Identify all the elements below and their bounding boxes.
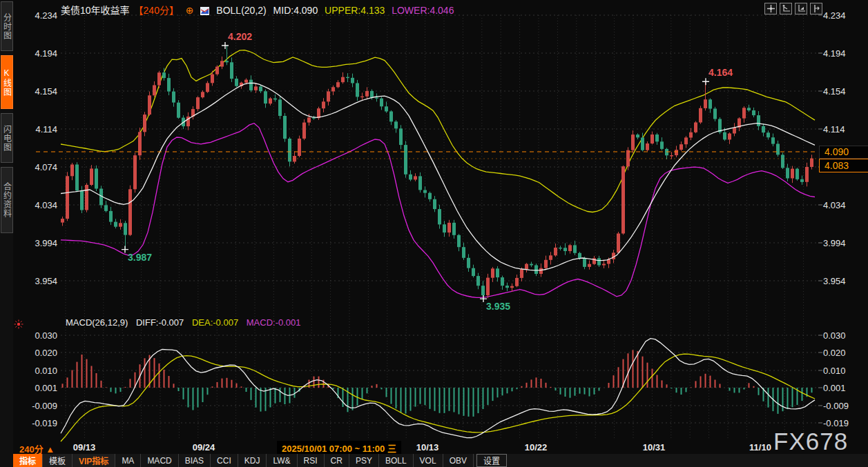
trading-terminal: 4.2023.9873.9354.164 分时图 K线图 闪电图 合约资料 美债…	[0, 0, 868, 467]
period-label: 【240分】	[134, 5, 179, 16]
y-axis-tick: -0.019	[823, 418, 865, 428]
boll-formula: BOLL(20,2)	[216, 5, 266, 16]
sidebar-tab-contract-info[interactable]: 合约资料	[1, 167, 13, 233]
x-axis-date: 10/31	[643, 442, 666, 453]
right-axis-scale-icon[interactable]	[810, 3, 822, 14]
boll-mid-value: MID:4.090	[273, 5, 318, 16]
instrument-title: 美债10年收益率	[61, 5, 130, 16]
y-axis-tick: 4.114	[9, 124, 57, 135]
x-axis-date: 11/10	[749, 442, 771, 453]
indicator-button-cci[interactable]: CCI	[211, 454, 238, 467]
indicator-button-kdj[interactable]: KDJ	[238, 454, 267, 467]
y-axis-tick: 0.001	[9, 383, 57, 393]
y-axis-tick: 4.074	[9, 162, 57, 172]
y-axis-tick: 3.994	[9, 238, 57, 248]
y-axis-tick: 4.114	[823, 124, 865, 135]
y-axis-tick: 4.034	[9, 200, 57, 210]
indicator-button-lw[interactable]: LW&	[267, 454, 297, 467]
svg-text:3.935: 3.935	[486, 301, 510, 312]
y-axis-tick: 3.954	[9, 276, 57, 286]
tab-vip-indicators[interactable]: VIP指标	[73, 454, 115, 467]
highlighted-date-range: 2025/10/01 07:00 ~ 11:00 三	[277, 441, 401, 455]
indicator-button-vol[interactable]: VOL	[414, 454, 443, 467]
x-axis-date: 09/24	[193, 442, 215, 453]
indicator-button-bias[interactable]: BIAS	[179, 454, 211, 467]
crosshair-tool-icon[interactable]	[764, 3, 777, 14]
y-axis-tick: 4.194	[823, 48, 865, 59]
left-axis-scale-icon[interactable]	[780, 3, 792, 14]
y-axis-tick: 4.034	[823, 200, 865, 210]
y-axis-tick: -0.009	[9, 401, 57, 411]
sidebar-tab-kline[interactable]: K线图	[1, 55, 13, 109]
x-axis-row: 240分 ▲ 2025/10/01 07:00 ~ 11:00 三 09/130…	[13, 441, 868, 454]
svg-text:4.202: 4.202	[228, 31, 252, 42]
auto-scale-icon[interactable]	[795, 3, 807, 14]
indicator-button-psy[interactable]: PSY	[349, 454, 379, 467]
macd-macd-value: MACD:-0.001	[247, 317, 301, 328]
link-circle-icon[interactable]: ⊕	[186, 5, 194, 16]
y-axis-tick: 0.020	[9, 348, 57, 358]
indicator-sun-icon[interactable]	[14, 319, 23, 332]
tab-indicators[interactable]: 指标	[13, 454, 43, 467]
y-axis-tick: 4.234	[9, 10, 57, 21]
y-axis-tick: 3.994	[823, 238, 865, 248]
mid-price-tag: 4.090	[819, 146, 868, 159]
macd-diff-value: DIFF:-0.007	[136, 317, 184, 328]
sidebar-tab-flash[interactable]: 闪电图	[1, 113, 13, 163]
y-axis-tick: 0.030	[9, 330, 57, 341]
chart-canvas[interactable]: 4.2023.9873.9354.164	[0, 0, 868, 467]
indicator-button-macd[interactable]: MACD	[141, 454, 178, 467]
indicator-button-boll[interactable]: BOLL	[379, 454, 414, 467]
x-axis-date: 10/13	[416, 442, 439, 453]
indicator-button-rsi[interactable]: RSI	[298, 454, 325, 467]
y-axis-tick: -0.019	[9, 418, 57, 428]
last-price-tag: 4.083	[819, 159, 868, 172]
tab-templates[interactable]: 模板	[43, 454, 73, 467]
chart-tool-buttons	[764, 3, 822, 14]
y-axis-tick: 4.154	[823, 86, 865, 97]
boll-upper-value: UPPER:4.133	[325, 5, 385, 16]
svg-text:4.164: 4.164	[708, 67, 733, 78]
chart-header: 美债10年收益率【240分】 ⊕ BOLL(20,2) MID:4.090 UP…	[61, 3, 458, 17]
macd-formula: MACD(26,12,9)	[66, 317, 128, 328]
boll-lower-value: LOWER:4.046	[392, 5, 454, 16]
settings-button[interactable]: 设置	[476, 454, 507, 467]
indicator-button-ma[interactable]: MA	[115, 454, 141, 467]
y-axis-tick: 4.154	[9, 86, 57, 97]
sidebar: 分时图 K线图 闪电图 合约资料	[0, 0, 13, 467]
y-axis-tick: 4.234	[823, 10, 865, 21]
mini-chart-icon[interactable]	[200, 6, 209, 17]
macd-dea-value: DEA:-0.007	[192, 317, 238, 328]
x-axis-date: 10/22	[525, 442, 548, 453]
x-axis-date: 09/13	[73, 442, 96, 453]
indicator-button-obv[interactable]: OBV	[443, 454, 474, 467]
indicator-button-cr[interactable]: CR	[325, 454, 349, 467]
y-axis-tick: 4.194	[9, 48, 57, 59]
svg-text:3.987: 3.987	[128, 252, 152, 263]
macd-header: MACD(26,12,9) DIFF:-0.007 DEA:-0.007 MAC…	[66, 317, 307, 328]
sidebar-tab-timeline[interactable]: 分时图	[1, 1, 13, 51]
y-axis-tick: 0.030	[823, 330, 865, 341]
indicator-buttons: MAMACDBIASCCIKDJLW&RSICRPSYBOLLVOLOBV	[115, 454, 474, 467]
bottom-toolbar: 指标 模板 VIP指标 MAMACDBIASCCIKDJLW&RSICRPSYB…	[13, 454, 868, 467]
y-axis-tick: 0.010	[823, 366, 865, 376]
y-axis-tick: -0.009	[823, 401, 865, 411]
y-axis-tick: 3.954	[823, 276, 865, 286]
y-axis-tick: 0.001	[823, 383, 865, 393]
y-axis-tick: 0.020	[823, 348, 865, 358]
y-axis-tick: 0.010	[9, 366, 57, 376]
